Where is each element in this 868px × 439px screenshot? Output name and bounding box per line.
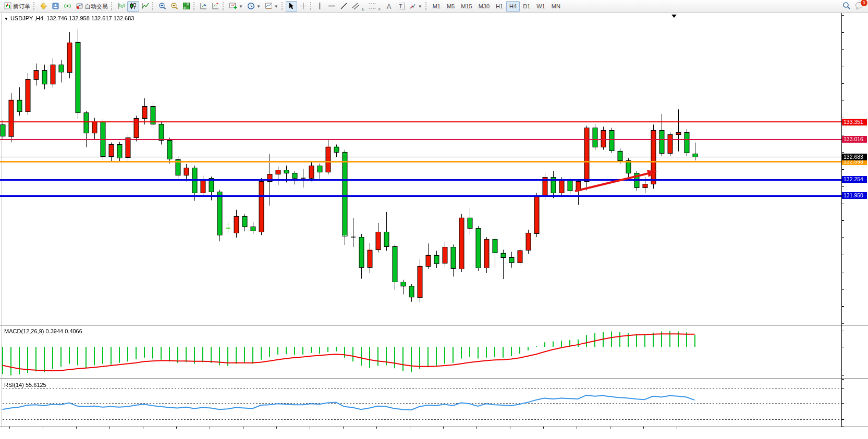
zoom-in-icon bbox=[158, 2, 166, 11]
text-tool-label: A bbox=[387, 3, 392, 10]
timeframe-button-h4[interactable]: H4 bbox=[506, 1, 520, 12]
templates-icon bbox=[265, 2, 273, 11]
toolbar-grip bbox=[282, 2, 284, 10]
zoom-out-icon bbox=[170, 2, 178, 11]
notifications-button[interactable]: 1 bbox=[853, 1, 866, 12]
rsi-value: 55.6125 bbox=[26, 382, 46, 388]
auto-scroll-button[interactable] bbox=[198, 1, 210, 12]
chevron-down-icon: ▼ bbox=[256, 4, 261, 9]
ohlc-high: 132.958 bbox=[69, 15, 90, 21]
data-window-icon bbox=[52, 2, 59, 11]
channel-icon bbox=[352, 2, 360, 11]
text-tool-button[interactable]: A bbox=[383, 1, 395, 12]
macd-signal-value: 0.4066 bbox=[65, 328, 82, 334]
chart-title: ▼USDJPY-,H4 132.746 132.958 132.617 132.… bbox=[4, 15, 134, 21]
search-button[interactable] bbox=[840, 1, 853, 12]
bar-chart-icon bbox=[117, 2, 125, 11]
indicators-icon bbox=[229, 2, 237, 11]
data-window-button[interactable] bbox=[50, 1, 62, 12]
collapse-triangle-icon[interactable]: ▼ bbox=[4, 17, 8, 21]
toolbar-grip bbox=[152, 2, 154, 10]
auto-trading-button[interactable]: 自动交易 bbox=[74, 1, 110, 12]
crosshair-tool-button[interactable] bbox=[297, 1, 309, 12]
chevron-down-icon: ▼ bbox=[274, 4, 278, 9]
toolbar: 新订单 自动交易 bbox=[0, 0, 868, 13]
toolbar-grip bbox=[33, 2, 35, 10]
vertical-line-tool-button[interactable] bbox=[314, 1, 326, 12]
fibonacci-icon bbox=[369, 2, 377, 11]
tile-windows-button[interactable] bbox=[180, 1, 192, 12]
label-tool-label: T bbox=[397, 3, 405, 10]
timeframe-button-m1[interactable]: M1 bbox=[430, 1, 444, 12]
clock-icon bbox=[247, 2, 255, 11]
horizontal-line-icon bbox=[328, 3, 336, 9]
toolbar-grip bbox=[193, 2, 195, 10]
rsi-indicator-label: RSI(14) 55.6125 bbox=[4, 382, 46, 388]
zoom-out-button[interactable] bbox=[168, 1, 180, 12]
chart-shift-icon bbox=[212, 2, 219, 11]
new-order-button[interactable]: 新订单 bbox=[2, 1, 32, 12]
trendline-icon bbox=[340, 2, 348, 11]
cursor-tool-button[interactable] bbox=[286, 1, 297, 12]
templates-button[interactable]: ▼ bbox=[263, 1, 280, 12]
new-order-label: 新订单 bbox=[13, 3, 30, 10]
chart-shift-button[interactable] bbox=[210, 1, 222, 12]
timeframe-button-w1[interactable]: W1 bbox=[533, 1, 548, 12]
crosshair-icon bbox=[299, 2, 307, 11]
price-axis[interactable] bbox=[842, 13, 868, 427]
search-icon bbox=[842, 2, 851, 11]
macd-main-value: 0.3944 bbox=[45, 328, 63, 334]
timeframe-button-d1[interactable]: D1 bbox=[520, 1, 533, 12]
chart-canvas[interactable] bbox=[0, 0, 868, 439]
timeframe-group: M1M5M15M30H1H4D1W1MN bbox=[430, 1, 564, 12]
price-level-box: 132.254 bbox=[842, 176, 867, 183]
price-level-box: 132.683 bbox=[842, 154, 867, 160]
timeframe-button-h1[interactable]: H1 bbox=[493, 1, 506, 12]
chevron-down-icon: ▼ bbox=[418, 4, 422, 9]
time-axis[interactable] bbox=[0, 427, 841, 439]
tile-windows-icon bbox=[182, 2, 190, 11]
timeframe-button-m30[interactable]: M30 bbox=[475, 1, 493, 12]
auto-scroll-icon bbox=[200, 2, 207, 11]
toolbar-grip bbox=[223, 2, 225, 10]
text-label-tool-button[interactable]: T bbox=[395, 1, 407, 12]
price-level-box: 133.351 bbox=[842, 119, 867, 126]
arrows-tool-button[interactable]: ▼ bbox=[407, 1, 424, 12]
toolbar-grip bbox=[310, 2, 312, 10]
ohlc-close: 132.683 bbox=[114, 15, 135, 21]
zoom-in-button[interactable] bbox=[156, 1, 168, 12]
fibonacci-tool-label: F bbox=[378, 7, 381, 11]
toolbar-grip bbox=[425, 2, 427, 10]
channel-tool-button[interactable]: E bbox=[350, 1, 366, 12]
toolbar-grip bbox=[111, 2, 113, 10]
market-watch-button[interactable] bbox=[38, 1, 50, 12]
line-chart-mode-button[interactable] bbox=[139, 1, 151, 12]
new-order-icon bbox=[4, 2, 11, 10]
chart-symbol: USDJPY-,H4 bbox=[10, 15, 43, 21]
mt4-window: 新订单 自动交易 bbox=[0, 0, 868, 439]
signal-icon bbox=[64, 2, 71, 11]
periods-button[interactable]: ▼ bbox=[245, 1, 263, 12]
candlestick-mode-button[interactable] bbox=[127, 1, 139, 12]
cursor-icon bbox=[288, 2, 295, 11]
auto-trading-icon bbox=[76, 2, 83, 11]
ohlc-open: 132.746 bbox=[46, 15, 67, 21]
horizontal-line-tool-button[interactable] bbox=[326, 1, 338, 12]
trendline-tool-button[interactable] bbox=[338, 1, 350, 12]
candlestick-icon bbox=[129, 2, 137, 11]
timeframe-button-m5[interactable]: M5 bbox=[444, 1, 458, 12]
channel-tool-label: E bbox=[362, 7, 364, 11]
toolbar-right: 1 bbox=[840, 1, 866, 12]
timeframe-button-mn[interactable]: MN bbox=[548, 1, 564, 12]
line-chart-icon bbox=[141, 2, 149, 11]
indicators-button[interactable]: ▼ bbox=[227, 1, 245, 12]
timeframe-button-m15[interactable]: M15 bbox=[458, 1, 475, 12]
vertical-line-icon bbox=[317, 2, 322, 11]
price-level-box: 133.016 bbox=[842, 136, 867, 143]
bar-chart-mode-button[interactable] bbox=[115, 1, 127, 12]
macd-name: MACD(12,26,9) bbox=[4, 328, 44, 334]
macd-indicator-label: MACD(12,26,9) 0.3944 0.4066 bbox=[4, 328, 82, 334]
fibonacci-tool-button[interactable]: F bbox=[366, 1, 383, 12]
chevron-down-icon: ▼ bbox=[239, 4, 243, 9]
signal-button[interactable] bbox=[62, 1, 74, 12]
